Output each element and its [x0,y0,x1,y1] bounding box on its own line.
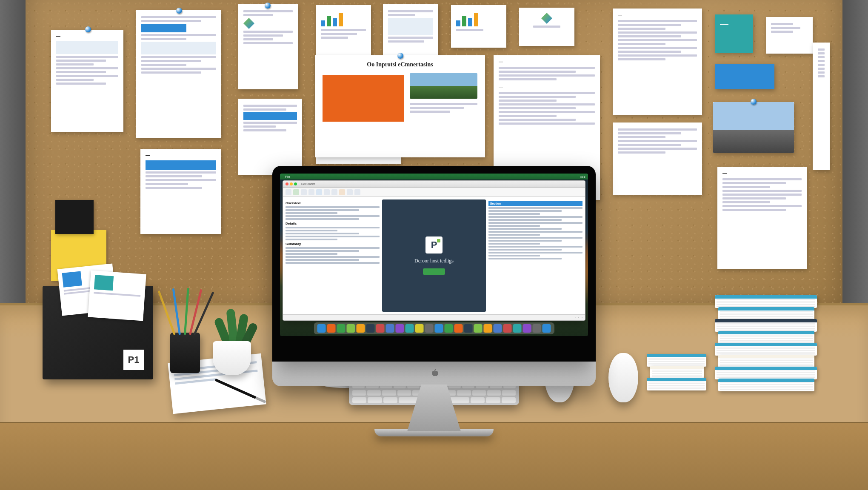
dock-app-icon[interactable] [533,324,541,333]
doc-block [388,18,433,35]
app-toolbar[interactable] [283,188,585,197]
pin-icon [85,26,91,32]
dock-app-icon[interactable] [396,324,404,333]
doc-block [141,24,186,32]
toolbar-button[interactable] [354,189,360,195]
section-heading: Summary [286,242,380,246]
dock-app-icon[interactable] [376,324,385,333]
dock-app-icon[interactable] [405,324,414,333]
app-statusbar: • • • [283,314,585,320]
toolbar-button[interactable] [347,189,353,195]
pin-icon [265,3,271,9]
pinned-card: — [715,14,753,53]
dock-app-icon[interactable] [366,324,375,333]
imac-computer: File ●●● Document [272,166,596,436]
left-column: Overview Details Summary [286,199,380,312]
pin-icon [176,8,182,14]
doc-block [243,112,297,120]
dock-app-icon[interactable] [386,324,394,333]
pinned-doc [238,4,298,89]
doc-block [146,160,216,170]
dock-app-icon[interactable] [464,324,473,333]
window-titlebar[interactable]: Document [283,181,585,188]
book [718,307,814,320]
pinned-photo [713,102,794,153]
sticky-note [55,200,94,234]
dock-app-icon[interactable] [523,324,531,333]
workspace-scene: — — [0,0,868,490]
toolbar-button[interactable] [286,189,291,195]
dock-app-icon[interactable] [513,324,522,333]
dock-app-icon[interactable] [494,324,502,333]
dock-app-icon[interactable] [484,324,492,333]
pinned-card [715,64,774,89]
dock-app-icon[interactable] [357,324,365,333]
center-card: P Dcroor host tedligs ——— [382,199,485,312]
book [715,367,817,379]
dock-app-icon[interactable] [347,324,355,333]
book [647,378,706,390]
plant-pot [213,341,251,375]
bar-chart-icon [456,12,501,26]
window-title: Document [301,182,315,185]
app-window: Document [283,180,585,321]
city-skyline-photo [713,102,794,153]
card-title: Dcroor host tedligs [414,258,454,264]
pinned-doc: — [140,149,221,234]
file-box-label: P1 [123,350,144,370]
imac-chin [272,362,596,386]
pencil-cup [170,333,200,373]
section-heading: Details [286,222,380,225]
dock-app-icon[interactable] [445,324,453,333]
pin-icon [397,53,403,59]
toolbar-button[interactable] [331,189,337,195]
pinned-doc: — [717,167,807,269]
zoom-icon[interactable] [294,182,297,185]
pinned-doc: — [51,30,123,132]
toolbar-button[interactable] [308,189,314,195]
dock-app-icon[interactable] [542,324,551,333]
toolbar-button[interactable] [339,189,345,195]
primary-button[interactable]: ——— [423,268,445,275]
dock-app-icon[interactable] [435,324,443,333]
status-item: • [578,316,579,319]
book [718,331,814,344]
toolbar-button[interactable] [316,189,322,195]
poster-color-block [323,75,404,122]
pinned-doc [238,99,302,175]
toolbar-button[interactable] [301,189,307,195]
bar-chart-icon [321,12,366,26]
doc-heading: — [618,13,697,17]
apple-mouse[interactable] [608,353,638,402]
menubar-app[interactable]: File [285,175,290,178]
app-body: Overview Details Summary [283,197,585,314]
file-box: P1 [43,286,153,379]
dock-app-icon[interactable] [317,324,326,333]
toolbar-button[interactable] [293,189,299,195]
leaf-icon [541,13,552,24]
dock-app-icon[interactable] [415,324,424,333]
book [715,319,817,332]
macos-menubar[interactable]: File ●●● [280,174,588,179]
window-traffic-lights[interactable] [286,182,297,185]
dock-app-icon[interactable] [503,324,512,333]
dock-app-icon[interactable] [337,324,345,333]
close-icon[interactable] [286,182,288,185]
toolbar-button[interactable] [324,189,330,195]
pinned-doc [813,43,830,170]
macos-desktop[interactable]: File ●●● Document [280,174,588,336]
dock-app-icon[interactable] [425,324,434,333]
dock-app-icon[interactable] [327,324,336,333]
dock-app-icon[interactable] [454,324,463,333]
doc-heading: — [722,171,802,176]
poster-landscape-photo [410,73,477,99]
macos-dock[interactable] [314,322,554,334]
dock-app-icon[interactable] [474,324,483,333]
menubar-status[interactable]: ●●● [580,175,585,178]
imac-display: File ●●● Document [272,166,596,362]
section-heading: Section [488,201,582,206]
card-swatch [94,275,114,291]
book-stack-small [647,355,706,390]
desk-plant [213,292,260,347]
minimize-icon[interactable] [290,182,293,185]
